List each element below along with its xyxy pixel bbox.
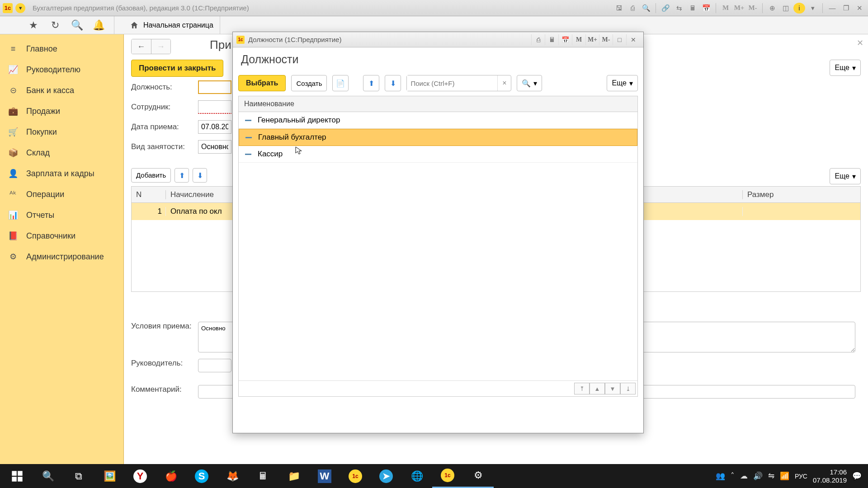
apps-grid-icon[interactable] (5, 19, 18, 32)
modal-more-button[interactable]: Еще▾ (607, 75, 638, 91)
history-icon[interactable]: ↻ (49, 19, 61, 32)
task-view-button[interactable]: ⧉ (63, 464, 94, 488)
modal-m-icon[interactable]: M (572, 34, 585, 45)
tray-language[interactable]: РУС (795, 473, 807, 480)
close-tab-icon[interactable]: ✕ (857, 38, 863, 48)
taskbar-app-screenshot[interactable]: 🖼️ (94, 464, 125, 488)
taskbar-app-telegram[interactable]: ➤ (371, 464, 401, 488)
home-tab[interactable]: Начальная страница (123, 16, 220, 34)
move-down-icon[interactable]: ⬇ (385, 75, 401, 91)
manager-input[interactable] (198, 359, 231, 372)
add-row-button[interactable]: Добавить (131, 168, 171, 183)
taskbar-app-1c[interactable]: 1c (340, 464, 371, 488)
tray-notifications-icon[interactable]: 💬 (852, 471, 862, 481)
search-options-button[interactable]: 🔍▾ (517, 75, 542, 91)
app-titlebar: 1c ▾ Бухгалтерия предприятия (базовая), … (0, 0, 868, 16)
modal-mplus-icon[interactable]: M+ (585, 34, 599, 45)
tb-info-dropdown-icon[interactable]: ▾ (807, 3, 819, 14)
move-up-icon[interactable]: ⬆ (363, 75, 379, 91)
taskbar-app-skype[interactable]: S (186, 464, 217, 488)
taskbar-app-explorer[interactable]: 📁 (278, 464, 309, 488)
sidebar-item-reports[interactable]: 📊Отчеты (0, 205, 123, 225)
tray-network-icon[interactable]: ⇋ (768, 471, 774, 481)
move-up-button[interactable]: ⬆ (175, 168, 189, 183)
modal-calc-icon[interactable]: 🖩 (545, 34, 558, 45)
tray-chevron-up-icon[interactable]: ˄ (731, 471, 735, 481)
sidebar-item-hr[interactable]: 👤Зарплата и кадры (0, 163, 123, 184)
nav-back-button[interactable]: ← (132, 39, 151, 54)
submit-and-close-button[interactable]: Провести и закрыть (131, 60, 223, 77)
list-down-icon[interactable]: ▼ (605, 383, 620, 394)
create-button[interactable]: Создать (291, 75, 327, 91)
modal-maximize[interactable]: □ (613, 34, 626, 45)
select-button[interactable]: Выбрать (238, 75, 286, 91)
move-down-button[interactable]: ⬇ (193, 168, 207, 183)
list-item[interactable]: Кассир (239, 146, 637, 163)
tray-volume-icon[interactable]: 🔊 (753, 471, 763, 481)
more-button[interactable]: Еще▾ (830, 60, 861, 76)
tb-m-icon[interactable]: M (720, 3, 731, 14)
tb-info-icon[interactable]: i (793, 3, 805, 14)
tb-compare-icon[interactable]: ⇆ (673, 3, 685, 14)
tb-save-icon[interactable]: 🖫 (613, 3, 625, 14)
sidebar-item-admin[interactable]: ⚙Администрирование (0, 246, 123, 267)
taskbar-app-calculator[interactable]: 🖩 (248, 464, 278, 488)
taskbar-app-yandex[interactable]: Y (125, 464, 156, 488)
app-menu-dropdown-icon[interactable]: ▾ (15, 3, 25, 13)
sidebar-item-main[interactable]: ≡Главное (0, 39, 123, 59)
sidebar-item-catalogs[interactable]: 📕Справочники (0, 225, 123, 246)
list-last-icon[interactable]: ⤓ (620, 383, 636, 394)
search-icon[interactable]: 🔍 (71, 19, 83, 32)
list-up-icon[interactable]: ▲ (590, 383, 605, 394)
tb-panels-icon[interactable]: ◫ (780, 3, 792, 14)
tb-calc-icon[interactable]: 🖩 (687, 3, 698, 14)
tb-zoom-icon[interactable]: ⊕ (766, 3, 778, 14)
window-close[interactable]: ✕ (854, 3, 865, 14)
sidebar-item-sales[interactable]: 💼Продажи (0, 101, 123, 122)
search-button[interactable]: 🔍 (33, 464, 63, 488)
create-copy-icon[interactable]: 📄 (332, 75, 349, 91)
modal-calendar-icon[interactable]: 📅 (558, 34, 572, 45)
sidebar-item-purchases[interactable]: 🛒Покупки (0, 122, 123, 142)
employment-type-input[interactable] (198, 140, 231, 154)
tb-preview-icon[interactable]: 🔍 (640, 3, 652, 14)
tb-link-icon[interactable]: 🔗 (660, 3, 671, 14)
modal-close[interactable]: ✕ (626, 34, 640, 45)
taskbar-app-firefox[interactable]: 🦊 (217, 464, 248, 488)
list-item[interactable]: Генеральный директор (239, 112, 637, 129)
taskbar-app-settings[interactable]: ⚙ (463, 464, 494, 488)
modal-mminus-icon[interactable]: M- (599, 34, 613, 45)
tb-calendar-icon[interactable]: 📅 (700, 3, 712, 14)
list-first-icon[interactable]: ⤒ (574, 383, 590, 394)
clear-search-icon[interactable]: × (497, 75, 511, 91)
taskbar-app-1c-active[interactable]: 1c (432, 464, 463, 488)
start-button[interactable] (2, 464, 33, 488)
position-input[interactable] (198, 80, 231, 94)
tray-wifi-icon[interactable]: 📶 (780, 471, 789, 481)
tray-people-icon[interactable]: 👥 (716, 471, 725, 481)
sidebar-item-operations[interactable]: ᴬᵏОперации (0, 184, 123, 205)
tb-print-icon[interactable]: ⎙ (627, 3, 638, 14)
employee-input[interactable] (198, 100, 231, 114)
taskbar-app-tomato[interactable]: 🍎 (156, 464, 186, 488)
tb-mplus-icon[interactable]: M+ (733, 3, 745, 14)
sidebar-item-warehouse[interactable]: 📦Склад (0, 142, 123, 163)
hire-date-input[interactable] (198, 120, 231, 134)
sidebar-item-bank[interactable]: ⊝Банк и касса (0, 80, 123, 101)
tray-clock[interactable]: 17:0607.08.2019 (813, 468, 847, 484)
tray-onedrive-icon[interactable]: ☁ (740, 471, 748, 481)
nav-forward-button[interactable]: → (151, 39, 171, 54)
window-maximize[interactable]: ❐ (840, 3, 852, 14)
search-input[interactable] (407, 75, 497, 91)
table-more-button[interactable]: Еще▾ (830, 168, 861, 184)
favorites-star-icon[interactable]: ★ (27, 19, 40, 32)
sidebar-item-manager[interactable]: 📈Руководителю (0, 59, 123, 80)
taskbar-app-chrome[interactable]: 🌐 (401, 464, 432, 488)
modal-titlebar[interactable]: 1c Должности (1С:Предприятие) ⎙ 🖩 📅 M M+… (233, 32, 643, 47)
notifications-bell-icon[interactable]: 🔔 (92, 19, 105, 32)
tb-mminus-icon[interactable]: M- (747, 3, 759, 14)
list-item-selected[interactable]: Главный бухгалтер (239, 129, 637, 146)
window-minimize[interactable]: — (826, 3, 838, 14)
taskbar-app-word[interactable]: W (309, 464, 340, 488)
modal-print-icon[interactable]: ⎙ (531, 34, 545, 45)
